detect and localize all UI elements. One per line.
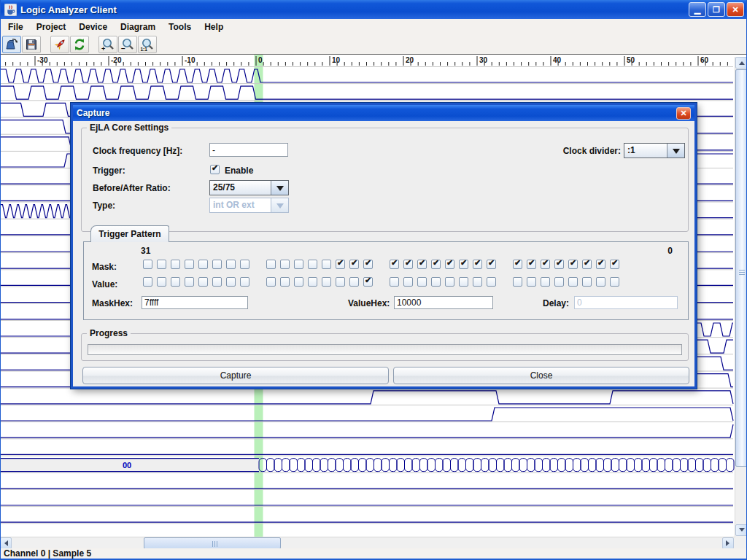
zoom-in-button[interactable]: +: [98, 36, 117, 53]
trigger-enable-checkbox[interactable]: [210, 165, 220, 174]
value-bit-21-checkbox[interactable]: [294, 277, 303, 287]
maskhex-field[interactable]: [142, 296, 248, 309]
value-bit-12-checkbox[interactable]: [431, 277, 441, 287]
value-bit-18-checkbox[interactable]: [336, 277, 345, 287]
mask-bit-13-checkbox[interactable]: [417, 260, 427, 269]
mask-bit-0-checkbox[interactable]: [610, 260, 619, 269]
mask-bit-9-checkbox[interactable]: [473, 260, 482, 269]
value-bit-19-checkbox[interactable]: [322, 277, 331, 287]
mask-bit-3-checkbox[interactable]: [568, 260, 578, 269]
value-bit-3-checkbox[interactable]: [568, 277, 578, 287]
value-bit-31-checkbox[interactable]: [143, 277, 152, 287]
zoom-one-to-one-button[interactable]: 1:1: [138, 36, 157, 53]
mask-bit-26-checkbox[interactable]: [212, 260, 222, 269]
mask-bit-1-checkbox[interactable]: [596, 260, 605, 269]
menu-help[interactable]: Help: [198, 20, 230, 34]
mask-bit-21-checkbox[interactable]: [294, 260, 303, 269]
refresh-button[interactable]: [70, 36, 89, 53]
menu-file[interactable]: File: [1, 20, 30, 34]
mask-bit-28-checkbox[interactable]: [185, 260, 194, 269]
save-button[interactable]: [22, 36, 41, 53]
close-dialog-button[interactable]: Close: [393, 367, 689, 384]
value-bit-16-checkbox[interactable]: [363, 277, 373, 287]
vertical-scrollbar[interactable]: [735, 57, 747, 537]
value-bit-25-checkbox[interactable]: [226, 277, 236, 287]
mask-bit-14-checkbox[interactable]: [403, 260, 413, 269]
minimize-button[interactable]: ▁: [689, 2, 706, 17]
menu-project[interactable]: Project: [30, 20, 73, 34]
value-bit-8-checkbox[interactable]: [487, 277, 496, 287]
value-bit-13-checkbox[interactable]: [417, 277, 427, 287]
mask-bit-16-checkbox[interactable]: [363, 260, 373, 269]
mask-bit-29-checkbox[interactable]: [171, 260, 180, 269]
mask-bit-10-checkbox[interactable]: [459, 260, 468, 269]
mask-bit-5-checkbox[interactable]: [541, 260, 550, 269]
mask-bit-27-checkbox[interactable]: [198, 260, 208, 269]
value-bit-0-checkbox[interactable]: [610, 277, 619, 287]
value-bit-9-checkbox[interactable]: [473, 277, 482, 287]
clock-frequency-field[interactable]: [209, 143, 288, 157]
mask-bit-17-checkbox[interactable]: [349, 260, 359, 269]
zoom-out-button[interactable]: −: [118, 36, 137, 53]
mask-bit-12-checkbox[interactable]: [431, 260, 441, 269]
mask-bit-20-checkbox[interactable]: [308, 260, 317, 269]
mask-bit-7-checkbox[interactable]: [513, 260, 522, 269]
value-bit-5-checkbox[interactable]: [541, 277, 550, 287]
mask-bit-11-checkbox[interactable]: [445, 260, 454, 269]
mask-bit-4-checkbox[interactable]: [554, 260, 564, 269]
scroll-right-button[interactable]: [722, 537, 734, 549]
value-bit-23-checkbox[interactable]: [266, 277, 276, 287]
menu-device[interactable]: Device: [72, 20, 114, 34]
mask-bit-2-checkbox[interactable]: [582, 260, 592, 269]
mask-bit-8-checkbox[interactable]: [487, 260, 496, 269]
mask-bit-22-checkbox[interactable]: [280, 260, 290, 269]
scroll-down-button[interactable]: [735, 524, 747, 536]
value-bit-29-checkbox[interactable]: [171, 277, 180, 287]
value-bit-10-checkbox[interactable]: [459, 277, 468, 287]
run-capture-button[interactable]: [50, 36, 69, 53]
value-bit-1-checkbox[interactable]: [596, 277, 605, 287]
mask-bit-24-checkbox[interactable]: [240, 260, 249, 269]
value-bit-4-checkbox[interactable]: [554, 277, 564, 287]
value-bit-20-checkbox[interactable]: [308, 277, 317, 287]
mask-bit-30-checkbox[interactable]: [157, 260, 166, 269]
value-bit-2-checkbox[interactable]: [582, 277, 592, 287]
vertical-scroll-thumb[interactable]: [735, 69, 747, 467]
tab-trigger-pattern[interactable]: Trigger Pattern: [90, 225, 169, 242]
mask-bit-31-checkbox[interactable]: [143, 260, 152, 269]
value-bit-15-checkbox[interactable]: [390, 277, 399, 287]
horizontal-scrollbar[interactable]: [0, 537, 735, 548]
value-bit-30-checkbox[interactable]: [157, 277, 166, 287]
dialog-close-button[interactable]: ✕: [676, 107, 691, 120]
value-bit-26-checkbox[interactable]: [212, 277, 222, 287]
scroll-left-button[interactable]: [0, 537, 12, 549]
value-bit-24-checkbox[interactable]: [240, 277, 249, 287]
mask-bit-6-checkbox[interactable]: [527, 260, 536, 269]
mask-bit-25-checkbox[interactable]: [226, 260, 236, 269]
restore-button[interactable]: ❐: [708, 2, 725, 17]
mask-bit-18-checkbox[interactable]: [336, 260, 345, 269]
menu-tools[interactable]: Tools: [162, 20, 198, 34]
close-button[interactable]: ✕: [727, 2, 744, 17]
dialog-title-bar[interactable]: Capture ✕: [73, 105, 694, 121]
clock-divider-combobox[interactable]: :1: [624, 143, 685, 158]
value-bit-6-checkbox[interactable]: [527, 277, 536, 287]
scroll-up-button[interactable]: [735, 57, 747, 69]
mask-bit-19-checkbox[interactable]: [322, 260, 331, 269]
capture-button[interactable]: Capture: [82, 367, 389, 384]
horizontal-scroll-thumb[interactable]: [144, 537, 281, 549]
menu-diagram[interactable]: Diagram: [114, 20, 162, 34]
value-bit-11-checkbox[interactable]: [445, 277, 454, 287]
chevron-down-icon[interactable]: [667, 144, 684, 158]
before-after-ratio-combobox[interactable]: 25/75: [209, 180, 289, 195]
value-bit-28-checkbox[interactable]: [185, 277, 194, 287]
value-bit-17-checkbox[interactable]: [349, 277, 359, 287]
value-bit-14-checkbox[interactable]: [403, 277, 413, 287]
mask-bit-15-checkbox[interactable]: [390, 260, 399, 269]
valuehex-field[interactable]: [394, 296, 493, 309]
value-bit-27-checkbox[interactable]: [198, 277, 208, 287]
value-bit-7-checkbox[interactable]: [513, 277, 522, 287]
chevron-down-icon[interactable]: [271, 181, 288, 195]
mask-bit-23-checkbox[interactable]: [266, 260, 276, 269]
value-bit-22-checkbox[interactable]: [280, 277, 290, 287]
